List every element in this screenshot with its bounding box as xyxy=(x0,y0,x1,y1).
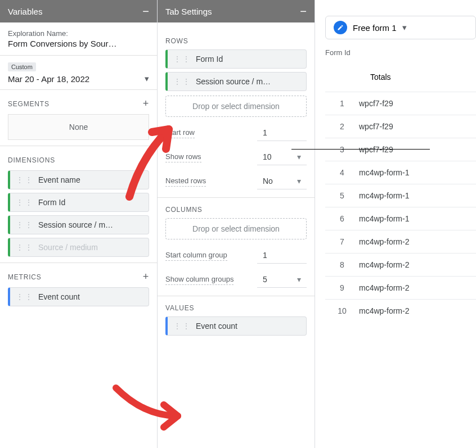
row-index: 3 xyxy=(325,138,359,161)
collapse-tabsettings-icon[interactable]: − xyxy=(300,6,307,17)
grip-icon: ⋮⋮ xyxy=(16,243,34,252)
table-row[interactable]: 10mc4wp-form-2 xyxy=(325,300,476,323)
table-row[interactable]: 1wpcf7-f29 xyxy=(325,92,476,115)
columns-drop-zone[interactable]: Drop or select dimension xyxy=(165,218,307,239)
table-row[interactable]: 9mc4wp-form-2 xyxy=(325,277,476,300)
tab-name: Free form 1 xyxy=(353,23,397,33)
date-range-picker[interactable]: Mar 20 - Apr 18, 2022 ▾ xyxy=(8,74,149,84)
variables-title: Variables xyxy=(8,7,42,16)
table-row[interactable]: 4mc4wp-form-1 xyxy=(325,161,476,184)
rows-label: ROWS xyxy=(165,37,188,45)
chip-event-name[interactable]: ⋮⋮Event name xyxy=(8,170,149,189)
chip-session-source-m-[interactable]: ⋮⋮Session source / m… xyxy=(8,215,149,234)
chip-source-medium[interactable]: ⋮⋮Source / medium xyxy=(8,238,149,257)
row-index: 7 xyxy=(325,230,359,254)
rows-drop-zone[interactable]: Drop or select dimension xyxy=(165,96,307,117)
chip-form-id[interactable]: ⋮⋮Form Id xyxy=(165,49,307,69)
row-formid: mc4wp-form-1 xyxy=(359,161,476,184)
nested-rows-select[interactable]: No ▾ xyxy=(257,173,307,189)
tab-settings-title: Tab Settings xyxy=(165,7,212,16)
exploration-name-text: Form Conversions by Sour… xyxy=(8,39,116,48)
table-row[interactable]: 2wpcf7-f29 xyxy=(325,115,476,138)
table-row[interactable]: 5mc4wp-form-1 xyxy=(325,184,476,207)
results-column-header: Form Id xyxy=(325,48,476,57)
start-column-group-label: Start column group xyxy=(165,251,227,261)
exploration-name-value[interactable]: Form Conversions by Sour… xyxy=(8,39,149,48)
tab-settings-panel: Tab Settings − ROWS ⋮⋮Form Id⋮⋮Session s… xyxy=(158,0,315,448)
add-dimension-button[interactable]: + xyxy=(143,154,149,166)
variables-header: Variables − xyxy=(0,0,157,22)
row-index: 2 xyxy=(325,115,359,138)
row-formid: mc4wp-form-1 xyxy=(359,184,476,207)
row-formid: mc4wp-form-2 xyxy=(359,277,476,300)
grip-icon: ⋮⋮ xyxy=(173,55,191,64)
dimensions-label: DIMENSIONS xyxy=(8,156,55,164)
caret-down-icon: ▾ xyxy=(297,275,301,284)
results-table: 1wpcf7-f292wpcf7-f293wpcf7-f294mc4wp-for… xyxy=(325,92,476,322)
show-rows-label: Show rows xyxy=(165,152,201,162)
values-label: VALUES xyxy=(165,304,194,312)
grip-icon: ⋮⋮ xyxy=(16,198,34,207)
date-range-text: Mar 20 - Apr 18, 2022 xyxy=(8,74,89,84)
row-index: 4 xyxy=(325,161,359,184)
add-segment-button[interactable]: + xyxy=(143,98,149,110)
show-rows-select[interactable]: 10 ▾ xyxy=(257,149,307,165)
start-column-group-input[interactable]: 1 xyxy=(257,247,307,264)
exploration-name-label: Exploration Name: xyxy=(8,29,149,38)
tab-pill-freeform[interactable]: Free form 1 ▾ xyxy=(325,16,476,39)
chip-event-count[interactable]: ⋮⋮Event count xyxy=(8,287,149,306)
add-metric-button[interactable]: + xyxy=(143,271,149,283)
row-formid: wpcf7-f29 xyxy=(359,115,476,138)
caret-down-icon: ▾ xyxy=(402,22,407,33)
metrics-label: METRICS xyxy=(8,273,42,281)
collapse-variables-icon[interactable]: − xyxy=(142,6,149,17)
row-formid: mc4wp-form-2 xyxy=(359,230,476,254)
date-range-custom-tag: Custom xyxy=(8,62,36,71)
table-row[interactable]: 7mc4wp-form-2 xyxy=(325,230,476,254)
grip-icon: ⋮⋮ xyxy=(173,322,191,331)
row-formid: mc4wp-form-2 xyxy=(359,300,476,323)
row-formid: mc4wp-form-2 xyxy=(359,254,476,277)
row-index: 1 xyxy=(325,92,359,115)
show-column-groups-select[interactable]: 5 ▾ xyxy=(257,271,307,288)
row-index: 10 xyxy=(325,300,359,323)
start-row-label: Start row xyxy=(165,128,195,138)
row-index: 5 xyxy=(325,184,359,207)
caret-down-icon: ▾ xyxy=(145,74,149,84)
row-index: 6 xyxy=(325,207,359,230)
table-row[interactable]: 3wpcf7-f29 xyxy=(325,138,476,161)
variables-panel: Variables − Exploration Name: Form Conve… xyxy=(0,0,158,448)
table-row[interactable]: 6mc4wp-form-1 xyxy=(325,207,476,230)
grip-icon: ⋮⋮ xyxy=(173,77,191,86)
row-formid: mc4wp-form-1 xyxy=(359,207,476,230)
grip-icon: ⋮⋮ xyxy=(16,220,34,229)
totals-label: Totals xyxy=(325,73,476,82)
segments-label: SEGMENTS xyxy=(8,100,50,108)
caret-down-icon: ▾ xyxy=(297,177,301,185)
columns-label: COLUMNS xyxy=(165,206,203,214)
nested-rows-label: Nested rows xyxy=(165,177,206,187)
row-formid: wpcf7-f29 xyxy=(359,138,476,161)
pencil-icon xyxy=(334,21,347,34)
start-row-input[interactable]: 1 xyxy=(257,125,307,141)
tab-settings-header: Tab Settings − xyxy=(158,0,315,22)
row-index: 9 xyxy=(325,277,359,300)
show-column-groups-label: Show column groups xyxy=(165,275,233,285)
chip-form-id[interactable]: ⋮⋮Form Id xyxy=(8,193,149,212)
row-index: 8 xyxy=(325,254,359,277)
chip-event-count[interactable]: ⋮⋮Event count xyxy=(165,316,307,336)
segments-none-box[interactable]: None xyxy=(8,114,149,140)
results-panel: Free form 1 ▾ Form Id Totals 1wpcf7-f292… xyxy=(315,0,476,448)
grip-icon: ⋮⋮ xyxy=(16,292,34,301)
table-row[interactable]: 8mc4wp-form-2 xyxy=(325,254,476,277)
chip-session-source-m-[interactable]: ⋮⋮Session source / m… xyxy=(165,72,307,91)
grip-icon: ⋮⋮ xyxy=(16,175,34,184)
caret-down-icon: ▾ xyxy=(297,152,301,161)
row-formid: wpcf7-f29 xyxy=(359,92,476,115)
